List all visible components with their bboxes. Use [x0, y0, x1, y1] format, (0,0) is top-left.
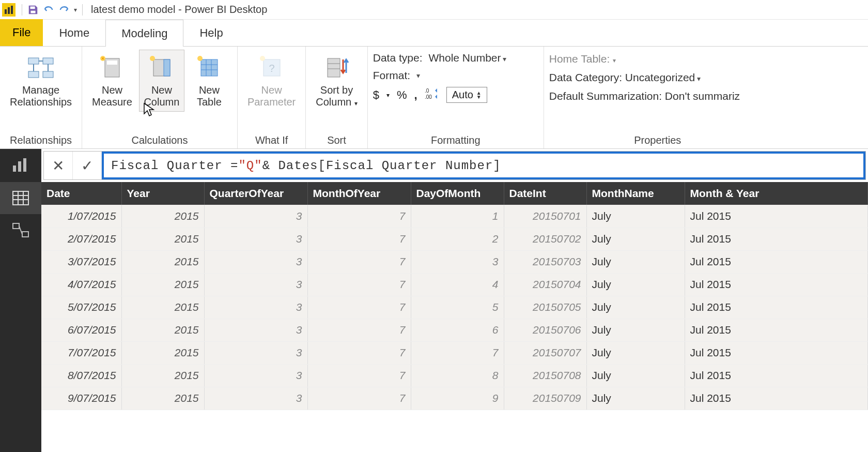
- cell-month[interactable]: 7: [307, 250, 411, 273]
- tab-home[interactable]: Home: [43, 19, 105, 46]
- cell-monthname[interactable]: July: [586, 250, 685, 273]
- report-view-button[interactable]: [0, 149, 41, 181]
- datacategory-dropdown[interactable]: Uncategorized: [625, 71, 701, 83]
- cell-monthname[interactable]: July: [586, 228, 685, 250]
- cell-year[interactable]: 2015: [121, 296, 204, 319]
- cell-monthyear[interactable]: Jul 2015: [685, 341, 868, 364]
- cell-date[interactable]: 9/07/2015: [41, 387, 121, 410]
- cell-dateint[interactable]: 20150706: [504, 319, 586, 341]
- cell-year[interactable]: 2015: [121, 364, 204, 387]
- cell-monthyear[interactable]: Jul 2015: [685, 319, 868, 341]
- cell-dateint[interactable]: 20150702: [504, 228, 586, 250]
- table-row[interactable]: 9/07/2015201537920150709JulyJul 2015: [41, 387, 868, 410]
- cell-date[interactable]: 3/07/2015: [41, 250, 121, 273]
- cell-monthname[interactable]: July: [586, 205, 685, 228]
- table-row[interactable]: 8/07/2015201537820150708JulyJul 2015: [41, 364, 868, 387]
- datatype-dropdown[interactable]: Whole Number: [428, 52, 506, 64]
- table-row[interactable]: 2/07/2015201537220150702JulyJul 2015: [41, 228, 868, 250]
- cell-monthyear[interactable]: Jul 2015: [685, 228, 868, 250]
- decimal-places-input[interactable]: Auto ▲▼: [446, 87, 487, 103]
- col-header-monthyear[interactable]: Month & Year: [685, 182, 868, 205]
- tab-file[interactable]: File: [0, 19, 43, 46]
- cell-monthyear[interactable]: Jul 2015: [685, 296, 868, 319]
- cell-month[interactable]: 7: [307, 341, 411, 364]
- new-parameter-button[interactable]: ? New Parameter: [243, 50, 300, 112]
- cell-day[interactable]: 1: [411, 205, 504, 228]
- cell-day[interactable]: 2: [411, 228, 504, 250]
- cell-year[interactable]: 2015: [121, 228, 204, 250]
- tab-help[interactable]: Help: [183, 19, 239, 46]
- cell-quarter[interactable]: 3: [204, 341, 307, 364]
- cell-year[interactable]: 2015: [121, 341, 204, 364]
- summarization-dropdown[interactable]: Don't summariz: [665, 90, 740, 102]
- col-header-month[interactable]: MonthOfYear: [307, 182, 411, 205]
- currency-dropdown[interactable]: ▾: [386, 92, 390, 99]
- cell-quarter[interactable]: 3: [204, 296, 307, 319]
- cell-monthname[interactable]: July: [586, 319, 685, 341]
- cell-monthyear[interactable]: Jul 2015: [685, 273, 868, 296]
- cell-quarter[interactable]: 3: [204, 319, 307, 341]
- data-view-button[interactable]: [0, 182, 41, 214]
- new-column-button[interactable]: New Column: [139, 50, 184, 112]
- format-dropdown[interactable]: ▾: [416, 71, 420, 80]
- cell-date[interactable]: 7/07/2015: [41, 341, 121, 364]
- cell-month[interactable]: 7: [307, 205, 411, 228]
- model-view-button[interactable]: [0, 214, 41, 246]
- new-table-button[interactable]: New Table: [187, 50, 232, 112]
- cell-dateint[interactable]: 20150709: [504, 387, 586, 410]
- thousands-separator-button[interactable]: ,: [414, 88, 417, 102]
- cell-monthname[interactable]: July: [586, 364, 685, 387]
- decimal-places-icon[interactable]: .0.00: [425, 87, 439, 103]
- cell-date[interactable]: 4/07/2015: [41, 273, 121, 296]
- col-header-year[interactable]: Year: [121, 182, 204, 205]
- cell-day[interactable]: 4: [411, 273, 504, 296]
- cell-monthname[interactable]: July: [586, 387, 685, 410]
- cell-quarter[interactable]: 3: [204, 228, 307, 250]
- table-row[interactable]: 7/07/2015201537720150707JulyJul 2015: [41, 341, 868, 364]
- table-row[interactable]: 5/07/2015201537520150705JulyJul 2015: [41, 296, 868, 319]
- cell-month[interactable]: 7: [307, 228, 411, 250]
- cell-date[interactable]: 8/07/2015: [41, 364, 121, 387]
- currency-button[interactable]: $: [373, 88, 379, 102]
- percent-button[interactable]: %: [397, 88, 407, 102]
- cell-dateint[interactable]: 20150704: [504, 273, 586, 296]
- tab-modeling[interactable]: Modeling: [105, 20, 183, 47]
- cell-day[interactable]: 3: [411, 250, 504, 273]
- col-header-date[interactable]: Date: [41, 182, 121, 205]
- cell-dateint[interactable]: 20150703: [504, 250, 586, 273]
- save-button[interactable]: [25, 2, 41, 18]
- col-header-day[interactable]: DayOfMonth: [411, 182, 504, 205]
- cell-monthyear[interactable]: Jul 2015: [685, 364, 868, 387]
- cell-date[interactable]: 6/07/2015: [41, 319, 121, 341]
- cell-day[interactable]: 8: [411, 364, 504, 387]
- table-row[interactable]: 3/07/2015201537320150703JulyJul 2015: [41, 250, 868, 273]
- cell-monthname[interactable]: July: [586, 296, 685, 319]
- cell-year[interactable]: 2015: [121, 319, 204, 341]
- table-row[interactable]: 1/07/2015201537120150701JulyJul 2015: [41, 205, 868, 228]
- cell-quarter[interactable]: 3: [204, 250, 307, 273]
- cell-monthname[interactable]: July: [586, 273, 685, 296]
- cell-year[interactable]: 2015: [121, 387, 204, 410]
- cell-dateint[interactable]: 20150705: [504, 296, 586, 319]
- col-header-monthname[interactable]: MonthName: [586, 182, 685, 205]
- qat-dropdown[interactable]: ▾: [72, 6, 79, 13]
- cell-month[interactable]: 7: [307, 319, 411, 341]
- cell-monthname[interactable]: July: [586, 341, 685, 364]
- cell-month[interactable]: 7: [307, 296, 411, 319]
- cell-month[interactable]: 7: [307, 364, 411, 387]
- table-row[interactable]: 6/07/2015201537620150706JulyJul 2015: [41, 319, 868, 341]
- cell-day[interactable]: 5: [411, 296, 504, 319]
- undo-button[interactable]: [41, 2, 56, 18]
- cell-dateint[interactable]: 20150707: [504, 341, 586, 364]
- cell-day[interactable]: 7: [411, 341, 504, 364]
- cell-dateint[interactable]: 20150708: [504, 364, 586, 387]
- table-row[interactable]: 4/07/2015201537420150704JulyJul 2015: [41, 273, 868, 296]
- cell-monthyear[interactable]: Jul 2015: [685, 250, 868, 273]
- cell-year[interactable]: 2015: [121, 250, 204, 273]
- cell-year[interactable]: 2015: [121, 273, 204, 296]
- cell-monthyear[interactable]: Jul 2015: [685, 387, 868, 410]
- cell-month[interactable]: 7: [307, 273, 411, 296]
- col-header-dateint[interactable]: DateInt: [504, 182, 586, 205]
- cell-quarter[interactable]: 3: [204, 387, 307, 410]
- cell-month[interactable]: 7: [307, 387, 411, 410]
